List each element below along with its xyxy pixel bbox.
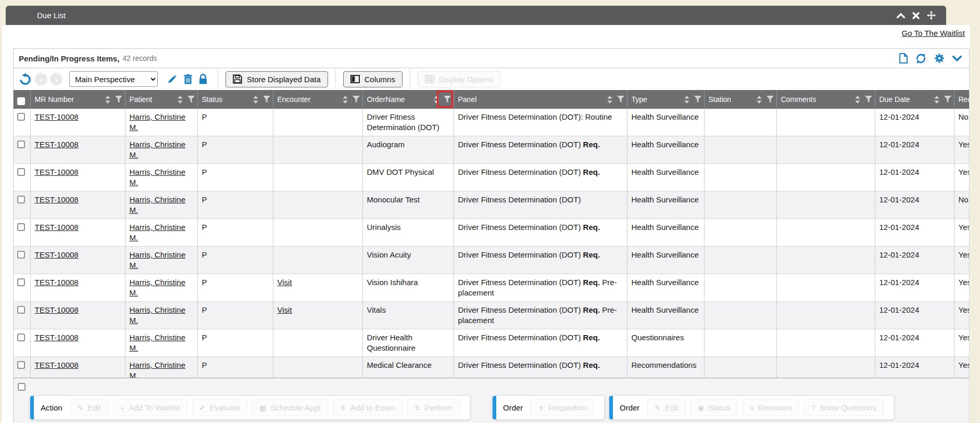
sort-icon[interactable] [178,96,183,104]
mr-number-link[interactable]: TEST-10008 [35,305,79,314]
column-header-req[interactable]: Req [954,90,969,109]
row-checkbox[interactable] [17,306,25,314]
mr-number-link[interactable]: TEST-10008 [35,168,79,176]
patient-link[interactable]: Harris, Christine M. [130,223,186,242]
patient-link[interactable]: Harris, Christine M. [130,333,186,352]
store-displayed-data-button[interactable]: Store Displayed Data [225,71,328,87]
filter-icon[interactable] [187,96,195,103]
select-all-checkbox[interactable] [17,97,25,105]
row-checkbox[interactable] [17,251,25,259]
row-checkbox-cell [14,329,30,357]
row-checkbox[interactable] [17,113,25,121]
move-icon[interactable] [927,11,936,20]
patient-link[interactable]: Harris, Christine M. [130,195,186,214]
patient-link[interactable]: Harris, Christine M. [130,250,186,270]
column-header-patient[interactable]: Patient [125,90,197,109]
column-header-order[interactable]: OrderName [362,90,454,109]
mr-number-link[interactable]: TEST-10008 [35,140,79,149]
column-header-comments[interactable]: Comments [776,90,875,109]
cell-mr: TEST-10008 [30,219,125,247]
window-titlebar[interactable]: Due List [6,6,946,25]
filter-icon[interactable] [944,96,951,103]
bolt-icon: ↯ [340,404,346,412]
mr-number-link[interactable]: TEST-10008 [35,333,79,342]
filter-icon[interactable] [767,96,774,103]
collapse-panel-icon[interactable] [952,56,962,61]
patient-link[interactable]: Harris, Christine M. [130,140,186,159]
column-header-panel[interactable]: Panel [454,90,627,109]
sort-icon[interactable] [607,96,612,104]
sort-icon[interactable] [855,96,860,104]
column-label: OrderName [367,95,434,104]
filter-icon[interactable] [444,96,451,103]
row-checkbox[interactable] [17,334,25,341]
cell-due: 12-01-2024 [875,274,954,302]
row-checkbox[interactable] [17,278,25,286]
cell-encounter [273,247,362,274]
close-icon[interactable] [912,12,920,19]
patient-link[interactable]: Harris, Christine M. [130,112,186,132]
filter-icon[interactable] [115,96,122,103]
patient-link[interactable]: Harris, Christine M. [130,168,186,187]
cell-order: Driver Fitness Determination (DOT) [362,109,454,136]
mr-number-link[interactable]: TEST-10008 [35,223,79,232]
cell-status: P [197,219,273,247]
patient-link[interactable]: Harris, Christine M. [130,361,186,378]
panel-required-flag: Req. [583,333,600,342]
edit-perspective-icon[interactable] [167,74,177,84]
new-document-icon[interactable] [899,53,908,63]
panel-header: Pending/In Progress Items, 42 records [14,49,969,68]
column-header-encounter[interactable]: Encounter [273,90,362,109]
mr-number-link[interactable]: TEST-10008 [35,361,79,369]
page: Due List Go To The Waitlist Pending/In P… [0,0,980,423]
filter-icon[interactable] [353,96,360,103]
lock-icon[interactable] [199,74,207,84]
schedule-appt-button: ▦Schedule Appt [252,399,328,416]
waitlist-link[interactable]: Go To The Waitlist [902,29,965,37]
cell-mr: TEST-10008 [30,109,125,136]
window-title: Due List [37,11,66,20]
sort-icon[interactable] [757,96,762,104]
column-header-mr[interactable]: MR Number [30,90,125,109]
column-header-due[interactable]: Due Date [875,90,954,109]
patient-link[interactable]: Harris, Christine M. [130,278,186,297]
perspective-select[interactable]: Main Perspective [69,71,158,87]
cell-patient: Harris, Christine M. [125,191,197,219]
mr-number-link[interactable]: TEST-10008 [35,195,79,204]
patient-link[interactable]: Harris, Christine M. [130,305,186,325]
encounter-link[interactable]: Visit [278,278,292,287]
sort-icon[interactable] [934,96,939,104]
footer-select-checkbox[interactable] [18,383,26,391]
cell-order: Urinalysis [362,219,454,247]
mr-number-link[interactable]: TEST-10008 [35,250,79,259]
encounter-link[interactable]: Visit [278,305,292,314]
cell-encounter [273,109,362,136]
mr-number-link[interactable]: TEST-10008 [35,278,79,287]
columns-button[interactable]: Columns [343,71,403,87]
sort-icon[interactable] [684,96,689,104]
row-checkbox[interactable] [17,196,25,203]
sort-icon[interactable] [105,96,110,104]
sort-icon[interactable] [434,96,439,104]
filter-icon[interactable] [263,96,270,103]
sort-icon[interactable] [253,96,258,104]
display-options-button: Display Options [418,71,501,87]
gear-icon[interactable] [934,53,945,63]
mr-number-link[interactable]: TEST-10008 [35,112,79,121]
filter-icon[interactable] [617,96,624,103]
refresh-icon[interactable] [915,53,926,64]
collapse-icon[interactable] [897,13,905,18]
filter-icon[interactable] [694,96,701,103]
row-checkbox[interactable] [17,361,25,369]
column-header-status[interactable]: Status [197,90,273,109]
row-checkbox[interactable] [17,168,25,176]
row-checkbox[interactable] [17,223,25,231]
column-header-station[interactable]: Station [704,90,776,109]
column-header-type[interactable]: Type [627,90,704,109]
filter-icon[interactable] [865,96,872,103]
row-checkbox[interactable] [17,140,25,148]
delete-perspective-icon[interactable] [183,74,193,84]
table-row: TEST-10008Harris, Christine M.PVisitVita… [14,302,969,329]
undo-icon[interactable] [19,73,32,86]
sort-icon[interactable] [343,96,348,104]
